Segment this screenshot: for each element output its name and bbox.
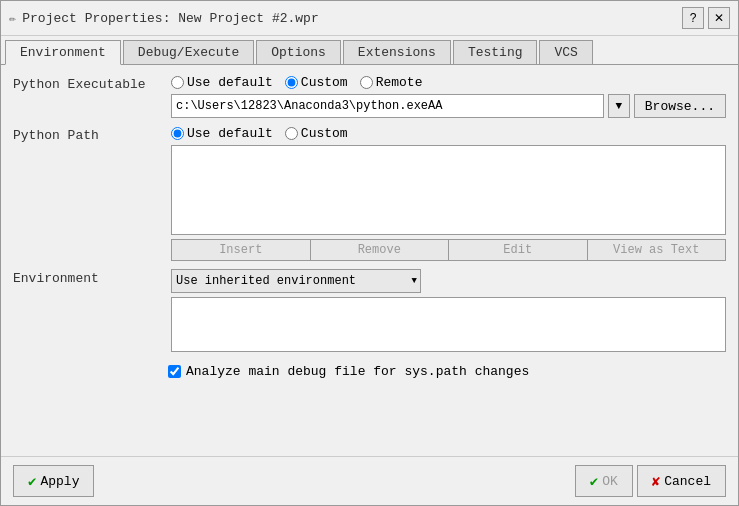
env-select-wrapper: Use inherited environment Custom [171,269,421,293]
analyze-checkbox[interactable] [168,365,181,378]
environment-select[interactable]: Use inherited environment Custom [171,269,421,293]
python-executable-label: Python Executable [13,75,163,92]
apply-button[interactable]: ✔ Apply [13,465,94,497]
custom-radio[interactable] [285,76,298,89]
python-path-label: Python Path [13,126,163,143]
custom-label: Custom [301,75,348,90]
path-use-default-radio-label[interactable]: Use default [171,126,273,141]
use-default-label: Use default [187,75,273,90]
project-properties-dialog: ✏ Project Properties: New Project #2.wpr… [0,0,739,506]
use-default-radio-label[interactable]: Use default [171,75,273,90]
tab-environment[interactable]: Environment [5,40,121,65]
tab-vcs[interactable]: VCS [539,40,592,64]
remove-button[interactable]: Remove [311,239,450,261]
environment-fields: Use inherited environment Custom [171,269,726,352]
apply-label: Apply [40,474,79,489]
analyze-label: Analyze main debug file for sys.path cha… [186,364,529,379]
ok-button[interactable]: ✔ OK [575,465,633,497]
python-executable-input[interactable] [171,94,604,118]
cancel-label: Cancel [664,474,711,489]
tab-testing[interactable]: Testing [453,40,538,64]
use-default-radio[interactable] [171,76,184,89]
remote-label: Remote [376,75,423,90]
title-bar-left: ✏ Project Properties: New Project #2.wpr [9,11,319,26]
bottom-right: ✔ OK ✘ Cancel [575,465,726,497]
environment-label: Environment [13,269,163,286]
path-use-default-radio[interactable] [171,127,184,140]
tab-options[interactable]: Options [256,40,341,64]
path-custom-radio[interactable] [285,127,298,140]
python-executable-input-row: ▼ Browse... [171,94,726,118]
edit-button[interactable]: Edit [449,239,588,261]
tab-extensions[interactable]: Extensions [343,40,451,64]
python-executable-radio-row: Use default Custom Remote [171,75,726,90]
tabs-bar: Environment Debug/Execute Options Extens… [1,36,738,65]
insert-button[interactable]: Insert [171,239,311,261]
title-bar: ✏ Project Properties: New Project #2.wpr… [1,1,738,36]
env-dropdown-row: Use inherited environment Custom [171,269,726,293]
environment-row: Environment Use inherited environment Cu… [13,269,726,352]
apply-icon: ✔ [28,473,36,490]
bottom-left: ✔ Apply [13,465,94,497]
pencil-icon: ✏ [9,11,16,26]
python-path-list[interactable] [171,145,726,235]
remote-radio-label[interactable]: Remote [360,75,423,90]
path-custom-radio-label[interactable]: Custom [285,126,348,141]
cancel-button[interactable]: ✘ Cancel [637,465,726,497]
tab-debug-execute[interactable]: Debug/Execute [123,40,254,64]
path-use-default-label: Use default [187,126,273,141]
path-dropdown-arrow[interactable]: ▼ [608,94,630,118]
help-button[interactable]: ? [682,7,704,29]
content-area: Python Executable Use default Custom Rem… [1,65,738,456]
python-path-row: Python Path Use default Custom Insert Re… [13,126,726,261]
cancel-icon: ✘ [652,473,660,490]
path-custom-label: Custom [301,126,348,141]
bottom-bar: ✔ Apply ✔ OK ✘ Cancel [1,456,738,505]
close-button[interactable]: ✕ [708,7,730,29]
python-path-fields: Use default Custom Insert Remove Edit Vi… [171,126,726,261]
python-path-list-buttons: Insert Remove Edit View as Text [171,239,726,261]
ok-icon: ✔ [590,473,598,490]
browse-button[interactable]: Browse... [634,94,726,118]
title-bar-controls: ? ✕ [682,7,730,29]
ok-label: OK [602,474,618,489]
remote-radio[interactable] [360,76,373,89]
python-executable-fields: Use default Custom Remote ▼ Browse... [171,75,726,118]
python-executable-row: Python Executable Use default Custom Rem… [13,75,726,118]
window-title: Project Properties: New Project #2.wpr [22,11,318,26]
python-path-radio-row: Use default Custom [171,126,726,141]
view-as-text-button[interactable]: View as Text [588,239,727,261]
environment-list[interactable] [171,297,726,352]
analyze-checkbox-row: Analyze main debug file for sys.path cha… [13,364,726,379]
custom-radio-label[interactable]: Custom [285,75,348,90]
